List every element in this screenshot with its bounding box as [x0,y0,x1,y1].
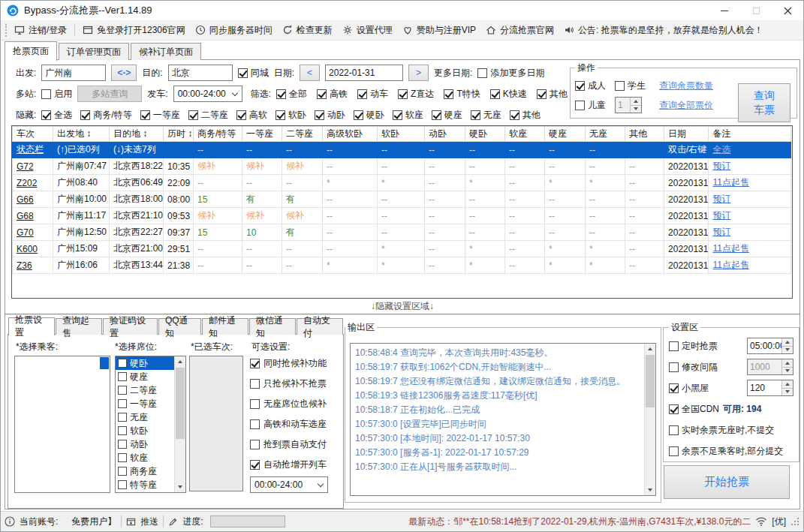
spinner-up-icon[interactable] [782,359,793,367]
column-header[interactable]: 软卧 [378,127,425,142]
query-all-prices-link[interactable]: 查询全部票价 [659,99,713,112]
column-header[interactable]: 历时 ↕ [164,127,194,142]
spinner-down-icon[interactable] [782,388,793,396]
column-header[interactable]: 商务/特等 [194,127,242,142]
hide-column-checkbox-9[interactable]: 硬座 [432,109,462,122]
query-remaining-link[interactable]: 查询余票数量 [659,80,713,92]
seat-option-0[interactable]: 硬卧 [116,356,174,370]
config-checkbox-3[interactable]: 全国CDN [669,403,719,416]
column-header[interactable]: 一等座 [242,127,282,142]
column-header[interactable]: 其他 [625,127,664,142]
scroll-up-icon[interactable] [175,356,185,367]
column-header[interactable]: 备注 [709,127,791,142]
train-row[interactable]: K600广州15:09北京西21:0029:51--------*--*--**… [13,241,791,257]
scroll-down-icon[interactable] [645,485,655,495]
config-spinner-0[interactable]: 05:00:00 [747,338,793,354]
settings-tab-4[interactable]: 邮件通知 [202,318,248,335]
child-checkbox[interactable]: 儿童 [575,99,606,112]
config-checkbox-5[interactable]: 余票不足乘客时,部分提交 [669,445,783,458]
train-link[interactable]: Z36 [17,260,32,271]
push-label[interactable]: 推送 [140,515,158,528]
maximize-button[interactable] [740,1,772,20]
spinner-up-icon[interactable] [782,338,793,346]
booking-link[interactable]: 预订 [712,194,730,204]
train-link[interactable]: 状态栏 [17,144,44,155]
depart-time-select[interactable]: 00:00-24:00 [173,86,242,102]
student-checkbox[interactable]: 学生 [615,80,646,92]
toolbar-open-12306[interactable]: 免登录打开12306官网 [83,24,185,37]
train-type-checkbox-6[interactable]: 其他 [537,88,568,101]
config-checkbox-1[interactable]: 修改间隔 [669,361,718,374]
train-type-checkbox-0[interactable]: 全部 [276,88,307,101]
train-row[interactable]: G72广州南07:47北京西18:2210:35候补候补候补----------… [13,158,791,175]
spinner-down-icon[interactable] [782,346,793,354]
train-type-checkbox-2[interactable]: 动车 [357,88,388,101]
spinner-up-icon[interactable] [631,98,641,105]
seat-option-1[interactable]: 硬座 [116,370,174,383]
spinner-down-icon[interactable] [782,367,793,375]
column-header[interactable]: 目的地 ↕ [110,127,164,142]
booking-link[interactable]: 预订 [712,210,730,221]
booking-link[interactable]: 11点起售 [712,243,748,254]
config-checkbox-0[interactable]: 定时抢票 [669,340,718,353]
scroll-up-icon[interactable] [645,344,655,354]
grab-time-range-select[interactable]: 00:00-24:00 [250,476,328,493]
column-header[interactable]: 硬卧 [465,127,505,142]
multi-station-enable-checkbox[interactable]: 启用 [41,88,72,101]
tab-grab-page[interactable]: 抢票页面 [5,41,57,61]
booking-link[interactable]: 11点起售 [712,177,748,188]
selected-trains-listbox[interactable] [189,356,243,491]
train-link[interactable]: K600 [17,244,38,254]
config-checkbox-2[interactable]: 小黑屋 [669,382,709,395]
swap-stations-button[interactable]: <-> [111,65,137,81]
train-row[interactable]: Z202广州08:40北京西06:4922:09------**--*--**-… [13,175,791,191]
toolbar-official-site[interactable]: 分流抢票官网 [486,24,554,37]
prev-date-button[interactable]: < [300,65,320,81]
toolbar-vip[interactable]: 赞助与注册VIP [402,24,476,37]
train-link[interactable]: G72 [17,161,34,172]
train-link[interactable]: G66 [17,194,34,205]
seat-option-4[interactable]: 无座 [116,410,174,424]
hide-column-checkbox-11[interactable]: 其他 [510,109,541,122]
close-button[interactable] [772,1,803,20]
train-type-checkbox-1[interactable]: 高铁 [317,88,348,101]
grab-option-3[interactable]: 高铁和动车选座 [250,416,327,431]
output-log[interactable]: 10:58:48:4 查询完毕，本次查询共用时:435毫秒。10:58:19:7… [350,343,656,496]
train-row[interactable]: G70广州南12:50北京西22:2709:371510有-----------… [13,224,791,241]
config-spinner-2[interactable]: 120 [747,380,793,396]
scrollbar-thumb[interactable] [176,368,185,439]
column-header[interactable]: 无座 [586,127,625,142]
toolbar-check-update[interactable]: 检查更新 [282,24,333,37]
booking-link[interactable]: 预订 [712,227,730,237]
column-header[interactable]: 出发地 ↕ [53,127,110,142]
seat-option-9[interactable]: 特等座 [116,478,174,491]
hide-column-checkbox-2[interactable]: 一等座 [140,109,180,122]
column-header[interactable]: 高级软卧 [323,127,378,142]
date-input[interactable] [325,65,403,81]
column-header[interactable]: 软座 [505,127,545,142]
booking-link[interactable]: 全选 [712,144,730,155]
spinner-up-icon[interactable] [782,380,793,388]
toolbar-set-proxy[interactable]: 设置代理 [342,24,393,37]
grab-option-5[interactable]: 自动抢增开列车 [250,457,327,472]
seat-option-8[interactable]: 商务座 [116,464,174,478]
passenger-listbox[interactable] [14,356,110,493]
train-link[interactable]: G68 [17,211,34,221]
seat-option-7[interactable]: 软座 [116,451,174,464]
column-header[interactable]: 二等座 [282,127,323,142]
grab-option-0[interactable]: 同时抢候补功能 [250,356,327,371]
toolbar-sync-time[interactable]: 同步服务器时间 [195,24,273,37]
start-grab-button[interactable]: 开始抢票 [664,465,790,499]
column-header[interactable]: 车次 [13,127,53,142]
train-link[interactable]: G70 [17,227,34,238]
tab-order-page[interactable]: 订单管理页面 [59,43,129,60]
output-scrollbar[interactable] [644,344,655,495]
from-input[interactable] [41,65,106,81]
config-spinner-1[interactable]: 1000 [747,359,793,375]
seat-option-6[interactable]: 动卧 [116,437,174,451]
hide-settings-divider[interactable]: ↓隐藏设置区域↓ [5,299,799,315]
train-type-checkbox-4[interactable]: T特快 [444,88,480,101]
train-row[interactable]: G68广州南11:17北京西21:1009:53候补候补候补----------… [13,208,791,224]
toolbar-logout-login[interactable]: 注销/登录 [14,24,67,37]
train-type-checkbox-5[interactable]: K快速 [490,88,527,101]
